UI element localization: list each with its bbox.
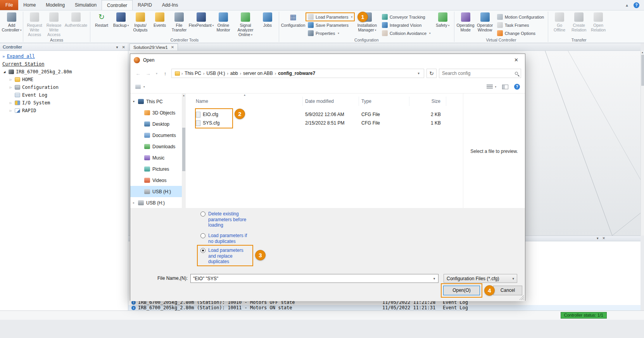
viewport-scrollbar[interactable]: ▲: [641, 51, 644, 236]
output-close-icon[interactable]: ✕: [603, 236, 606, 241]
integrated-vision-button[interactable]: Integrated Vision: [380, 21, 432, 29]
authenticate-button[interactable]: Authenticate: [64, 11, 88, 28]
breadcrumb[interactable]: › This PC › USB (H:) › abb › server on A…: [171, 69, 424, 78]
tree-expander-open-icon[interactable]: ◢: [2, 70, 7, 74]
safety-button[interactable]: Safety▾: [433, 11, 452, 28]
change-options-button[interactable]: Change Options: [496, 29, 546, 37]
restart-button[interactable]: ↻ Restart: [92, 11, 111, 28]
panel-menu-icon[interactable]: ▾: [116, 45, 118, 49]
file-row-eio[interactable]: EIO.cfg 5/9/2022 12:06 AM CFG File 2 KB: [186, 110, 464, 119]
scroll-up-icon[interactable]: ▲: [641, 51, 644, 54]
radio-icon[interactable]: [200, 233, 205, 238]
motion-configuration-button[interactable]: Motion Configuration: [496, 13, 546, 21]
properties-button[interactable]: Properties ▾: [306, 29, 354, 37]
new-folder-dropdown[interactable]: ▾: [135, 85, 145, 89]
back-icon[interactable]: ←: [134, 71, 142, 76]
cancel-button[interactable]: Cancel: [493, 286, 522, 295]
nav-documents[interactable]: Documents: [130, 130, 182, 141]
tab-rapid[interactable]: RAPID: [133, 0, 157, 10]
save-parameters-button[interactable]: Save Parameters: [306, 21, 354, 29]
column-header-date-modified[interactable]: Date modified: [303, 97, 359, 106]
tab-close-icon[interactable]: ✕: [171, 45, 174, 49]
breadcrumb-usb[interactable]: USB (H:): [204, 71, 227, 76]
nav-videos[interactable]: Videos: [130, 175, 182, 186]
nav-expander-open-icon[interactable]: ▾: [133, 100, 135, 103]
tree-item-configuration[interactable]: Configuration: [22, 85, 59, 90]
panel-close-icon[interactable]: ✕: [122, 45, 125, 49]
breadcrumb-this-pc[interactable]: This PC: [183, 71, 203, 76]
jobs-button[interactable]: Jobs: [258, 11, 277, 28]
view-mode-button[interactable]: ▾: [487, 85, 496, 89]
breadcrumb-abb[interactable]: abb: [228, 71, 240, 76]
tab-addins[interactable]: Add-Ins: [157, 0, 183, 10]
nav-expander-closed-icon[interactable]: ▸: [133, 201, 135, 205]
radio-delete-existing[interactable]: Delete existing parameters before loadin…: [200, 211, 246, 228]
up-icon[interactable]: ↑: [161, 71, 169, 76]
controller-status-badge[interactable]: Controller status: 1/1: [561, 312, 607, 319]
tree-expander-icon[interactable]: ▷: [9, 78, 13, 81]
history-dropdown-icon[interactable]: ▾: [154, 72, 159, 75]
tab-file[interactable]: File: [0, 0, 18, 10]
tab-simulation[interactable]: Simulation: [70, 0, 102, 10]
create-relation-button[interactable]: Create Relation: [569, 11, 589, 32]
preview-pane-icon[interactable]: [502, 85, 508, 89]
dialog-close-icon[interactable]: ✕: [508, 54, 525, 66]
output-menu-icon[interactable]: ▾: [597, 236, 599, 241]
online-monitor-button[interactable]: Online Monitor: [214, 11, 233, 32]
output-row[interactable]: i IRB_6700_205kg_2.80m (Station): 10011 …: [128, 305, 641, 310]
refresh-icon[interactable]: ↻: [426, 69, 437, 78]
nav-scrollbar[interactable]: ▲: [182, 94, 186, 208]
collapse-ribbon-icon[interactable]: ▲: [625, 3, 629, 7]
nav-pictures[interactable]: Pictures: [130, 163, 182, 175]
search-icon[interactable]: [515, 72, 518, 75]
resize-grip[interactable]: [519, 295, 524, 300]
conveyor-tracking-button[interactable]: Conveyor Tracking: [380, 13, 432, 21]
expand-all-link[interactable]: Expand all: [7, 54, 35, 59]
dialog-help-icon[interactable]: ?: [514, 84, 520, 90]
dropdown-icon[interactable]: ▾: [430, 277, 438, 281]
tab-solution29-view1[interactable]: Solution29:View1 ✕: [129, 43, 178, 50]
forward-icon[interactable]: →: [144, 71, 152, 76]
tree-expander-icon[interactable]: ▷: [9, 109, 13, 113]
tab-home[interactable]: Home: [18, 0, 41, 10]
tree-item-event-log[interactable]: Event Log: [22, 92, 47, 98]
task-frames-button[interactable]: Task Frames: [496, 21, 546, 29]
tree-expander-icon[interactable]: ▷: [9, 85, 13, 89]
events-button[interactable]: Events: [150, 11, 169, 28]
tab-modeling[interactable]: Modeling: [41, 0, 70, 10]
tree-item-rapid[interactable]: RAPID: [22, 108, 36, 113]
file-type-select[interactable]: Configuration Files (*.cfg) ▾: [444, 274, 517, 283]
go-offline-button[interactable]: Go Offline: [550, 11, 569, 32]
backup-button[interactable]: Backup▾: [111, 11, 131, 28]
tree-item-robot-controller[interactable]: IRB_6700_205kg_2.80m: [16, 69, 72, 75]
nav-usb-h-root[interactable]: ▸ USB (H:): [130, 197, 182, 208]
nav-3d-objects[interactable]: 3D Objects: [130, 107, 182, 118]
release-write-access-button[interactable]: Release Write Access: [44, 11, 64, 37]
nav-usb-h[interactable]: USB (H:): [130, 186, 182, 197]
tree-item-home[interactable]: HOME: [22, 77, 33, 82]
radio-load-if-no-duplicates[interactable]: Load parameters if no duplicates: [200, 233, 247, 244]
breadcrumb-server-on-abb[interactable]: server on ABB: [241, 71, 275, 76]
scrollbar-thumb[interactable]: [641, 55, 644, 86]
tab-controller[interactable]: Controller: [102, 0, 133, 10]
load-parameters-button[interactable]: Load Parameters ▾: [306, 13, 354, 21]
breadcrumb-config-robware7[interactable]: config_robware7: [276, 71, 317, 76]
nav-this-pc[interactable]: ▾ This PC: [130, 96, 182, 107]
radio-load-and-replace[interactable]: Load parameters and replace duplicates: [200, 248, 243, 265]
configuration-button[interactable]: ▦ Configuration: [281, 11, 306, 28]
flexpendant-button[interactable]: FlexPendant▾: [189, 11, 214, 28]
operator-window-button[interactable]: Operator Window: [475, 11, 495, 32]
inputs-outputs-button[interactable]: Inputs/ Outputs: [131, 11, 150, 32]
nav-desktop[interactable]: Desktop: [130, 118, 182, 130]
file-transfer-button[interactable]: File Transfer: [169, 11, 189, 32]
help-icon[interactable]: ?: [634, 2, 639, 8]
file-row-sys[interactable]: SYS.cfg 2/15/2022 8:51 PM CFG File 1 KB: [186, 119, 464, 127]
open-button[interactable]: Open(O): [443, 286, 480, 295]
search-input[interactable]: [442, 71, 513, 76]
tree-item-current-station[interactable]: Current Station: [2, 61, 44, 67]
add-controller-button[interactable]: Add Controller▾: [2, 11, 21, 33]
dialog-title-bar[interactable]: Open: [130, 54, 525, 66]
request-write-access-button[interactable]: Request Write Access: [25, 11, 44, 37]
file-name-input[interactable]: [191, 276, 430, 281]
column-header-type[interactable]: Type: [359, 97, 409, 106]
